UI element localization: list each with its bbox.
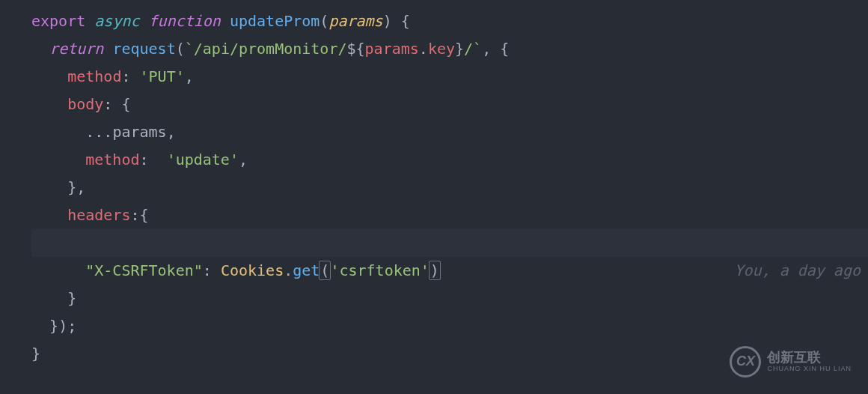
- spread-param: params: [112, 123, 166, 141]
- string-put: 'PUT': [140, 67, 185, 85]
- property-body: body: [67, 95, 103, 113]
- code-line: export async function updateProm(params)…: [31, 7, 868, 35]
- code-line: }: [31, 285, 868, 312]
- get-method: get: [293, 261, 320, 279]
- param-name: params: [328, 12, 382, 30]
- template-string-suffix: /`: [464, 40, 482, 58]
- header-key: "X-CSRFToken": [85, 261, 203, 279]
- string-update: 'update': [167, 151, 239, 169]
- code-line: return request(`/api/promMonitor/${param…: [31, 35, 868, 63]
- spread-operator: ...: [85, 123, 112, 141]
- current-line-highlight: [31, 229, 868, 257]
- function-call: request: [112, 40, 175, 58]
- keyword-return: return: [49, 40, 103, 58]
- cookies-object: Cookies: [221, 261, 284, 279]
- template-object: params: [365, 40, 419, 58]
- code-line-current: "X-CSRFToken": Cookies.get('csrftoken')Y…: [31, 229, 868, 285]
- code-line: });: [31, 312, 868, 340]
- code-line: },: [31, 174, 868, 201]
- watermark-sub: CHUANG XIN HU LIAN: [767, 366, 852, 373]
- watermark-main: 创新互联: [767, 351, 852, 366]
- function-name: updateProm: [230, 12, 320, 30]
- property-headers: headers: [67, 206, 130, 224]
- keyword-async: async: [94, 12, 139, 30]
- watermark-logo-icon: CX: [730, 346, 761, 378]
- watermark-text: 创新互联 CHUANG XIN HU LIAN: [767, 351, 852, 373]
- code-line: method: 'PUT',: [31, 63, 868, 91]
- property-method-inner: method: [85, 151, 139, 169]
- code-line: ...params,: [31, 118, 868, 146]
- template-key: key: [428, 40, 455, 58]
- csrf-arg: 'csrftoken': [330, 261, 429, 279]
- code-line: body: {: [31, 91, 868, 118]
- gitlens-annotation: You, a day ago: [734, 257, 861, 285]
- code-editor[interactable]: export async function updateProm(params)…: [0, 7, 868, 368]
- code-line: headers:{: [31, 201, 868, 229]
- keyword-export: export: [31, 12, 85, 30]
- bracket-close: ): [429, 261, 441, 280]
- code-line: method: 'update',: [31, 146, 868, 174]
- keyword-function: function: [149, 12, 221, 30]
- watermark: CX 创新互联 CHUANG XIN HU LIAN: [730, 346, 852, 378]
- template-string-prefix: `/api/promMonitor/: [185, 40, 347, 58]
- bracket-open: (: [319, 261, 331, 280]
- property-method: method: [67, 67, 121, 85]
